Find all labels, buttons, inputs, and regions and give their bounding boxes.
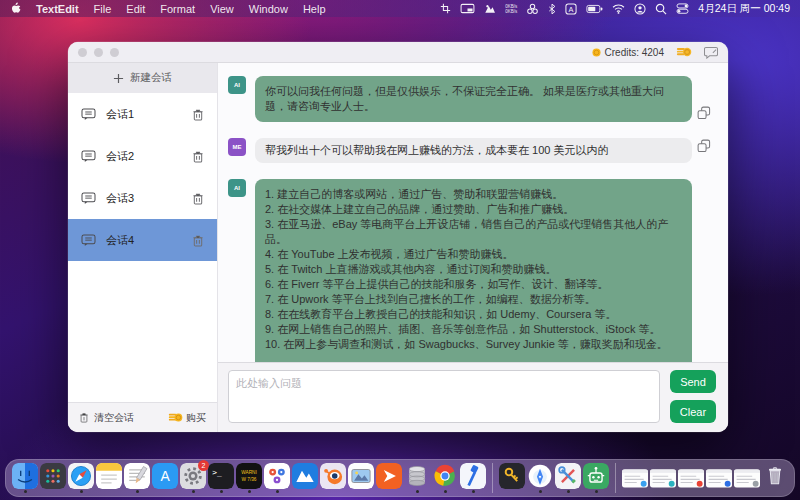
keys-app-icon [499,463,525,489]
menu-item-help[interactable]: Help [303,3,326,15]
running-indicator [248,490,251,493]
dock-item-media-app[interactable] [348,463,374,493]
dock-item-xcode[interactable] [460,463,486,493]
dock-item-keys-app[interactable] [499,463,525,493]
new-conversation-button[interactable]: 新建会话 [68,63,217,93]
message-bubble: 帮我列出十个可以帮助我在网上赚钱的方法，成本要在 100 美元以内的 [255,138,692,163]
running-indicator [444,490,447,493]
input-method-icon[interactable]: A [565,3,577,15]
battery-icon[interactable] [586,4,603,14]
sidebar-item-conversation-4[interactable]: 会话4 [68,219,217,261]
delete-conversation-button[interactable] [192,234,204,247]
copy-message-button[interactable] [697,139,711,153]
dock-item-app-store[interactable]: A [152,463,178,493]
delete-conversation-button[interactable] [192,150,204,163]
monitor-widget-icon: WARNIW 7/36 [236,463,262,489]
minimize-button[interactable] [94,48,103,57]
dock-item-finder[interactable] [12,463,38,493]
running-indicator [276,490,279,493]
svg-text:A: A [569,4,574,13]
dock-item-notes[interactable] [96,463,122,493]
dock-item-trash[interactable] [762,463,788,493]
apple-logo-icon[interactable] [10,2,21,15]
message-ai-3: AI1. 建立自己的博客或网站，通过广告、赞助和联盟营销赚钱。 2. 在社交媒体… [228,179,716,362]
coins-stack-icon[interactable] [676,46,692,58]
send-button[interactable]: Send [670,370,716,393]
sidebar-item-conversation-1[interactable]: 会话1 [68,93,217,135]
mweb-app-icon [292,463,318,489]
copy-message-button[interactable] [697,106,711,120]
running-indicator [567,490,570,493]
proxy-menu-icon[interactable] [526,3,539,15]
app-menu[interactable]: TextEdit [36,3,79,15]
menu-item-format[interactable]: Format [160,3,195,15]
running-indicator [136,490,139,493]
minimized-window-3-icon [678,469,704,488]
trash-icon [79,412,89,423]
delete-conversation-button[interactable] [192,108,204,121]
window-titlebar[interactable]: Credits: 4204 [68,42,728,63]
launchpad-icon [40,463,66,489]
dock-item-x-app[interactable] [376,463,402,493]
pip-icon[interactable] [460,3,475,14]
dock-item-safari[interactable] [68,463,94,493]
dock-item-tools-app[interactable] [555,463,581,493]
message-me-2: ME帮我列出十个可以帮助我在网上赚钱的方法，成本要在 100 美元以内的 [228,138,716,163]
message-bubble: 你可以问我任何问题，但是仅供娱乐，不保证完全正确。 如果是医疗或其他重大问题，请… [255,76,692,122]
dock-item-system-settings[interactable]: 2 [180,463,206,493]
dock-item-minimized-window-5[interactable] [734,465,760,492]
android-studio-icon [527,463,553,489]
coin-icon [592,48,601,57]
dock-item-monitor-widget[interactable]: WARNIW 7/36 [236,463,262,493]
dock-item-database-app[interactable] [404,463,430,493]
menu-item-file[interactable]: File [94,3,112,15]
close-button[interactable] [78,48,87,57]
crop-icon[interactable] [440,3,451,14]
copy-icon [697,106,711,120]
sidebar-item-conversation-3[interactable]: 会话3 [68,177,217,219]
traffic-lights[interactable] [78,48,119,57]
user-avatar: ME [228,138,246,156]
dock-item-ai-chat-app[interactable] [583,463,609,493]
clear-conversations-button[interactable]: 清空会话 [79,411,134,425]
clear-button[interactable]: Clear [670,400,716,423]
menu-item-view[interactable]: View [210,3,234,15]
control-center-icon[interactable] [676,3,689,14]
bluetooth-icon[interactable] [548,3,556,15]
dock-item-launchpad[interactable] [40,463,66,493]
delete-conversation-button[interactable] [192,192,204,205]
mountain-icon[interactable] [484,3,496,14]
dock-item-minimized-window-3[interactable] [678,465,704,492]
menu-item-edit[interactable]: Edit [126,3,145,15]
dock-item-minimized-window-4[interactable] [706,465,732,492]
proxy-app-icon [264,463,290,489]
dock-item-proxy-app[interactable] [264,463,290,493]
dock-item-android-studio[interactable] [527,463,553,493]
dock-item-minimized-window-2[interactable] [650,465,676,492]
dock-item-blender[interactable] [320,463,346,493]
menu-clock[interactable]: 4月24日 周一 00:49 [698,2,790,16]
dock: A2>_WARNIW 7/36 [5,459,795,497]
message-bubble: 1. 建立自己的博客或网站，通过广告、赞助和联盟营销赚钱。 2. 在社交媒体上建… [255,179,692,362]
chat-bubble-icon [81,234,96,247]
network-speed-indicator[interactable]: 0KB/s0KB/s [505,4,517,14]
conversation-label: 会话2 [106,149,134,164]
feedback-icon[interactable] [704,46,718,59]
menu-item-window[interactable]: Window [249,3,288,15]
buy-credits-button[interactable]: 购买 [168,411,206,425]
user-circle-icon[interactable] [634,3,646,15]
tools-app-icon [555,463,581,489]
running-indicator [472,490,475,493]
zoom-button[interactable] [110,48,119,57]
dock-item-minimized-window-1[interactable] [622,465,648,492]
wifi-icon[interactable] [612,4,625,14]
dock-item-mweb-app[interactable] [292,463,318,493]
ai-avatar: AI [228,179,246,197]
dock-item-terminal[interactable]: >_ [208,463,234,493]
dock-item-textedit[interactable] [124,463,150,493]
search-icon[interactable] [655,3,667,15]
credits-display: Credits: 4204 [592,47,664,58]
question-input[interactable] [228,370,660,423]
dock-item-chrome[interactable] [432,463,458,493]
sidebar-item-conversation-2[interactable]: 会话2 [68,135,217,177]
